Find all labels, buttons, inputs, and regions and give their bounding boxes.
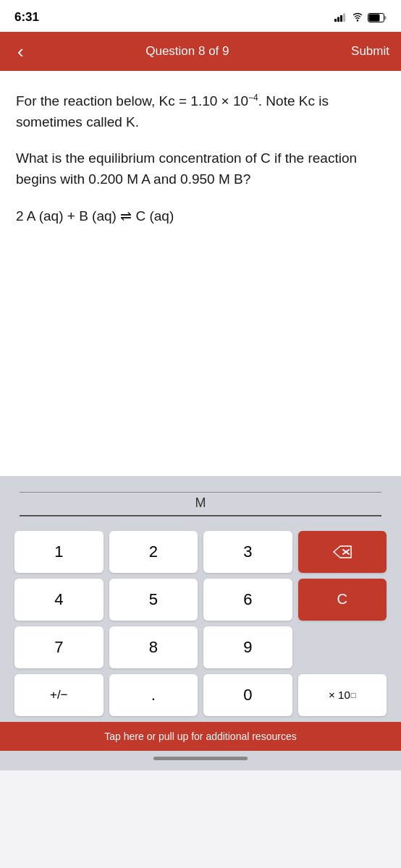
keyboard-section: M 1 2 3 4 5 6 C 7 8 9 +/− . 0 × 10 □ [0,476,401,722]
key-1[interactable]: 1 [14,531,104,573]
question-paragraph1: For the reaction below, Kc = 1.10 × 10−4… [16,91,385,132]
key-0[interactable]: 0 [203,674,292,716]
back-button[interactable]: ‹ [12,39,30,64]
backspace-icon [333,545,352,558]
home-indicator [0,751,401,770]
nav-header: ‹ Question 8 of 9 Submit [0,32,401,71]
status-bar: 6:31 [0,0,401,32]
key-empty [298,626,387,668]
key-2[interactable]: 2 [109,531,198,573]
key-6[interactable]: 6 [203,579,292,621]
svg-rect-1 [337,17,339,22]
key-decimal[interactable]: . [109,674,198,716]
exp-box: □ [351,691,356,699]
content-area: For the reaction below, Kc = 1.10 × 10−4… [0,71,401,476]
signal-icon [334,13,347,22]
key-exp[interactable]: × 10 □ [298,674,387,716]
svg-rect-3 [343,14,345,22]
status-icons [334,13,387,22]
wifi-icon [352,13,363,22]
svg-rect-0 [334,19,337,22]
key-7[interactable]: 7 [14,626,104,668]
question-progress: Question 8 of 9 [30,44,345,59]
reaction-equation: 2 A (aq) + B (aq) ⇌ C (aq) [16,205,385,227]
key-backspace[interactable] [298,531,387,573]
home-bar [153,757,248,760]
status-time: 6:31 [14,10,39,25]
svg-rect-2 [340,15,342,22]
key-4[interactable]: 4 [14,579,104,621]
key-clear[interactable]: C [298,579,387,621]
submit-button[interactable]: Submit [345,41,389,61]
calc-grid: 1 2 3 4 5 6 C 7 8 9 +/− . 0 × 10 □ [9,524,392,722]
input-bottom-line [20,515,381,516]
svg-rect-6 [369,14,380,21]
key-8[interactable]: 8 [109,626,198,668]
svg-point-4 [357,20,358,21]
key-sign[interactable]: +/− [14,674,104,716]
battery-icon [368,13,387,22]
key-5[interactable]: 5 [109,579,198,621]
tap-bar[interactable]: Tap here or pull up for additional resou… [0,722,401,751]
input-top-line [20,492,381,493]
key-3[interactable]: 3 [203,531,292,573]
key-9[interactable]: 9 [203,626,292,668]
tap-bar-label: Tap here or pull up for additional resou… [104,731,296,742]
question-paragraph2: What is the equilibrium concentration of… [16,148,385,190]
superscript: −4 [248,93,258,103]
input-unit: M [195,495,206,511]
svg-rect-7 [384,16,387,20]
input-display: M [9,488,392,524]
